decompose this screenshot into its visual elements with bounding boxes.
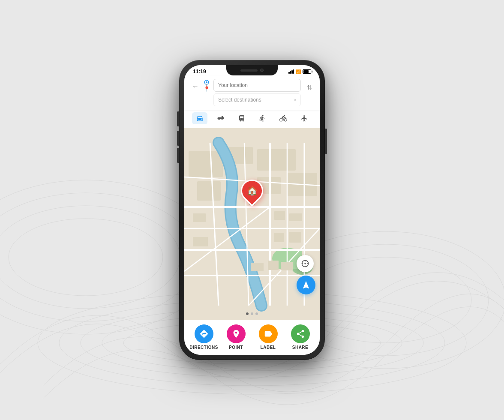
svg-point-7 bbox=[0, 206, 180, 309]
compass-button[interactable] bbox=[297, 255, 314, 272]
map-area[interactable]: 🏠 bbox=[184, 128, 320, 320]
swap-icon: ⇅ bbox=[307, 84, 312, 91]
nav-header: ← 📍 Select destinations > ⇅ bbox=[184, 76, 320, 110]
label-icon-bg bbox=[259, 324, 278, 343]
compass-icon bbox=[301, 259, 309, 268]
point-icon bbox=[231, 329, 241, 339]
bottom-nav: DIRECTIONS POINT L bbox=[184, 320, 320, 355]
point-icon-bg bbox=[227, 324, 246, 343]
notch-speaker bbox=[240, 69, 258, 72]
page-dot-3[interactable] bbox=[255, 312, 258, 315]
svg-rect-13 bbox=[189, 151, 223, 177]
back-arrow-icon: ← bbox=[192, 83, 199, 90]
bus-icon bbox=[238, 114, 246, 122]
svg-rect-37 bbox=[289, 232, 301, 243]
directions-icon-bg bbox=[195, 324, 213, 343]
svg-point-44 bbox=[304, 263, 306, 264]
label-label: LABEL bbox=[261, 345, 276, 350]
origin-dot bbox=[205, 81, 208, 84]
walk-icon bbox=[258, 114, 266, 122]
nav-item-share[interactable]: SHARE bbox=[288, 324, 313, 350]
navigate-icon bbox=[301, 280, 311, 290]
svg-rect-42 bbox=[281, 262, 293, 270]
share-icon-bg bbox=[291, 324, 310, 343]
phone-screen: 11:19 📶 bbox=[184, 65, 320, 355]
svg-rect-35 bbox=[289, 213, 302, 221]
svg-point-8 bbox=[9, 219, 163, 296]
page-dot-1[interactable] bbox=[246, 312, 249, 315]
share-icon bbox=[296, 329, 305, 339]
swap-button[interactable]: ⇅ bbox=[304, 82, 315, 93]
transport-tabs bbox=[184, 110, 320, 128]
battery-icon bbox=[303, 69, 311, 74]
select-destination-input[interactable]: Select destinations > bbox=[213, 93, 301, 106]
tab-bike[interactable] bbox=[276, 112, 291, 124]
phone-outer: 11:19 📶 bbox=[179, 60, 325, 360]
label-icon bbox=[264, 329, 273, 339]
svg-point-6 bbox=[0, 193, 197, 321]
wifi-icon: 📶 bbox=[296, 69, 301, 74]
destination-arrow-icon: > bbox=[294, 98, 296, 102]
page-dots bbox=[246, 312, 258, 315]
status-bar: 11:19 📶 bbox=[184, 65, 320, 76]
bike-icon bbox=[279, 114, 287, 122]
notch bbox=[226, 65, 278, 75]
back-button[interactable]: ← bbox=[189, 81, 201, 93]
svg-rect-36 bbox=[274, 233, 284, 242]
page-dot-2[interactable] bbox=[251, 312, 253, 315]
nav-item-label[interactable]: LABEL bbox=[255, 324, 281, 350]
navigate-button[interactable] bbox=[297, 276, 315, 294]
svg-rect-40 bbox=[251, 263, 264, 271]
location-pin: 🏠 bbox=[240, 180, 264, 209]
pin-circle: 🏠 bbox=[236, 175, 268, 207]
status-time: 11:19 bbox=[193, 69, 206, 75]
svg-rect-34 bbox=[274, 211, 285, 220]
plane-icon bbox=[300, 114, 308, 122]
directions-icon bbox=[199, 329, 209, 339]
nav-item-point[interactable]: POINT bbox=[223, 324, 249, 350]
signal-icon bbox=[288, 69, 294, 74]
tab-plane[interactable] bbox=[297, 112, 312, 124]
location-inputs: Select destinations > bbox=[213, 79, 301, 106]
motorcycle-icon bbox=[217, 114, 225, 122]
svg-rect-15 bbox=[257, 149, 296, 171]
tab-car[interactable] bbox=[192, 112, 207, 124]
car-icon bbox=[196, 114, 204, 122]
notch-camera bbox=[260, 69, 264, 72]
phone-mockup: 11:19 📶 bbox=[179, 60, 325, 360]
map-controls bbox=[297, 255, 315, 294]
point-label: POINT bbox=[229, 345, 243, 350]
svg-rect-39 bbox=[193, 237, 208, 246]
tab-motorcycle[interactable] bbox=[213, 112, 228, 124]
status-icons: 📶 bbox=[288, 69, 311, 74]
nav-item-directions[interactable]: DIRECTIONS bbox=[191, 324, 217, 350]
destination-placeholder-text: Select destinations bbox=[218, 97, 261, 103]
svg-rect-17 bbox=[197, 181, 221, 201]
tab-bus[interactable] bbox=[234, 112, 249, 124]
svg-rect-41 bbox=[268, 261, 279, 270]
share-label: SHARE bbox=[292, 345, 309, 350]
your-location-input[interactable] bbox=[213, 79, 301, 92]
directions-label: DIRECTIONS bbox=[189, 345, 218, 350]
tab-walk[interactable] bbox=[255, 112, 270, 124]
pin-home-icon: 🏠 bbox=[247, 186, 258, 196]
destination-pin-icon: 📍 bbox=[205, 87, 208, 91]
svg-rect-38 bbox=[193, 213, 206, 222]
